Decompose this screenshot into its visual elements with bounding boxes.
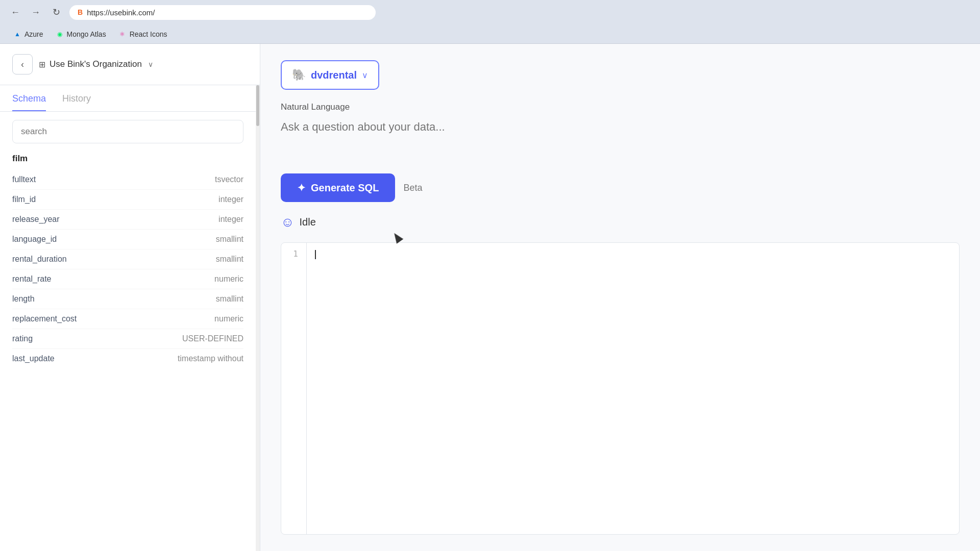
code-cursor <box>315 250 316 259</box>
bookmark-mongo[interactable]: ◉ Mongo Atlas <box>51 28 111 40</box>
sidebar-header: ‹ ⊞ Use Bink's Organization ∨ <box>0 44 260 85</box>
field-type: smallint <box>216 235 243 244</box>
db-selector[interactable]: 🐘 dvdrental ∨ <box>281 60 379 90</box>
field-name: rental_rate <box>12 274 52 284</box>
code-content[interactable] <box>307 243 959 534</box>
nl-input[interactable] <box>281 120 960 161</box>
org-selector[interactable]: ⊞ Use Bink's Organization ∨ <box>39 59 248 69</box>
schema-table-name: film <box>12 152 243 166</box>
browser-chrome: ← → ↻ B https://usebink.com/ ▲ Azure ◉ M… <box>0 0 980 44</box>
field-type: integer <box>218 195 243 204</box>
azure-icon: ▲ <box>13 30 21 38</box>
forward-nav-button[interactable]: → <box>29 5 43 19</box>
generate-sql-label: Generate SQL <box>311 182 379 194</box>
status-icon: ☺ <box>281 214 295 230</box>
field-name: rental_duration <box>12 255 67 264</box>
field-type: numeric <box>214 314 243 323</box>
db-icon: 🐘 <box>292 68 306 82</box>
org-name-label: Use Bink's Organization <box>50 59 142 69</box>
bookmark-mongo-label: Mongo Atlas <box>67 30 106 38</box>
url-text: https://usebink.com/ <box>87 8 155 17</box>
reload-nav-button[interactable]: ↻ <box>49 5 63 19</box>
bookmark-azure-label: Azure <box>24 30 43 38</box>
table-row: rental_duration smallint <box>12 249 243 269</box>
field-name: film_id <box>12 195 36 204</box>
table-row: last_update timestamp without <box>12 349 243 368</box>
field-name: last_update <box>12 354 55 363</box>
org-chevron-icon: ∨ <box>148 60 153 68</box>
status-row: ☺ Idle <box>281 214 960 230</box>
browser-logo-icon: B <box>78 8 83 16</box>
bookmark-azure[interactable]: ▲ Azure <box>8 28 48 40</box>
generate-sql-icon: ✦ <box>297 182 306 194</box>
line-numbers: 1 <box>281 243 307 534</box>
bookmark-react-label: React Icons <box>130 30 167 38</box>
back-icon: ‹ <box>21 59 24 70</box>
line-number: 1 <box>289 249 298 259</box>
db-chevron-icon: ∨ <box>362 70 368 80</box>
field-name: release_year <box>12 215 60 224</box>
back-nav-button[interactable]: ← <box>8 5 22 19</box>
browser-toolbar: ← → ↻ B https://usebink.com/ <box>0 0 980 24</box>
field-type: USER-DEFINED <box>182 334 243 343</box>
sidebar-scrollbar-thumb[interactable] <box>256 85 259 126</box>
table-row: rental_rate numeric <box>12 269 243 289</box>
tabs: Schema History <box>0 85 256 112</box>
search-input[interactable] <box>12 120 243 143</box>
sidebar-scrollbar[interactable] <box>256 85 260 551</box>
table-row: replacement_cost numeric <box>12 309 243 329</box>
table-row: language_id smallint <box>12 230 243 249</box>
react-icons-icon: ⚛ <box>118 30 127 38</box>
sidebar: ‹ ⊞ Use Bink's Organization ∨ Schema His… <box>0 44 260 551</box>
field-type: numeric <box>214 274 243 284</box>
org-icon: ⊞ <box>39 60 45 69</box>
field-type: timestamp without <box>178 354 243 363</box>
field-type: tsvector <box>215 175 243 184</box>
generate-sql-button[interactable]: ✦ Generate SQL <box>281 173 395 202</box>
table-row: film_id integer <box>12 190 243 210</box>
search-container <box>0 112 256 152</box>
bookmark-react[interactable]: ⚛ React Icons <box>113 28 173 40</box>
field-type: smallint <box>216 294 243 304</box>
bookmarks-bar: ▲ Azure ◉ Mongo Atlas ⚛ React Icons <box>0 24 980 44</box>
field-name: replacement_cost <box>12 314 77 323</box>
table-row: fulltext tsvector <box>12 170 243 190</box>
field-type: integer <box>218 215 243 224</box>
field-type: smallint <box>216 255 243 264</box>
field-name: language_id <box>12 235 57 244</box>
table-row: rating USER-DEFINED <box>12 329 243 349</box>
sidebar-scroll-container: Schema History film fulltext tsvector <box>0 85 260 551</box>
sidebar-content: Schema History film fulltext tsvector <box>0 85 256 551</box>
mongo-icon: ◉ <box>56 30 64 38</box>
app-container: ‹ ⊞ Use Bink's Organization ∨ Schema His… <box>0 44 980 551</box>
table-row: length smallint <box>12 289 243 309</box>
field-name: length <box>12 294 35 304</box>
field-name: fulltext <box>12 175 36 184</box>
tab-schema[interactable]: Schema <box>12 93 46 111</box>
code-editor[interactable]: 1 <box>281 242 960 535</box>
back-button[interactable]: ‹ <box>12 54 33 74</box>
tab-history[interactable]: History <box>62 93 91 111</box>
address-bar[interactable]: B https://usebink.com/ <box>69 5 376 20</box>
main-content: 🐘 dvdrental ∨ Natural Language ✦ Generat… <box>260 44 980 551</box>
table-row: release_year integer <box>12 210 243 230</box>
field-name: rating <box>12 334 33 343</box>
schema-section: film fulltext tsvector film_id integer r… <box>0 152 256 368</box>
nl-label: Natural Language <box>281 102 960 112</box>
status-text: Idle <box>300 216 316 228</box>
nl-section: Natural Language <box>281 102 960 161</box>
db-name-label: dvdrental <box>311 69 357 81</box>
generate-row: ✦ Generate SQL Beta <box>281 173 960 202</box>
beta-badge: Beta <box>403 183 422 193</box>
